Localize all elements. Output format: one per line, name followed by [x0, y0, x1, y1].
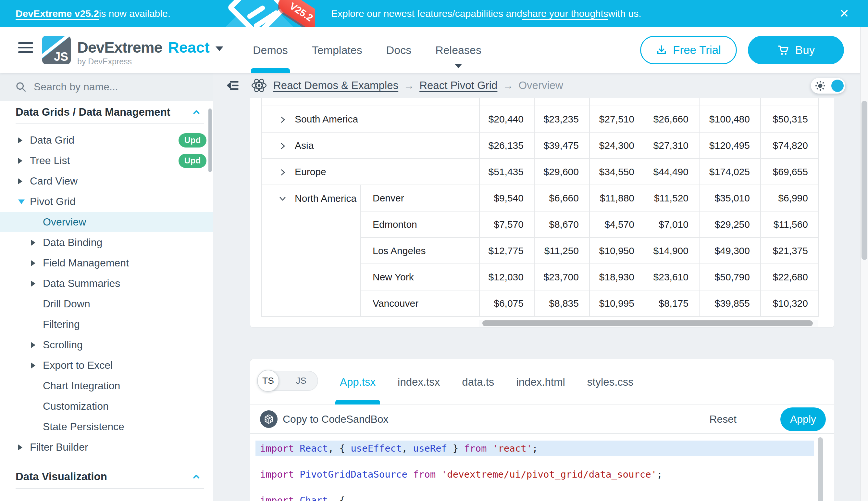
pivot-city-header: Denver	[361, 185, 480, 211]
banner-version-link[interactable]: DevExtreme v25.2	[15, 8, 99, 19]
triangle-right-icon[interactable]	[18, 445, 22, 450]
collapse-row-icon[interactable]	[278, 194, 287, 203]
js-option[interactable]: JS	[296, 371, 306, 390]
codesandbox-icon[interactable]	[260, 411, 277, 428]
triangle-right-icon[interactable]	[31, 260, 35, 266]
tab-label: index.html	[516, 376, 565, 388]
pivot-row: North AmericaDenver$9,540$6,660$11,880$1…	[262, 185, 818, 211]
triangle-right-icon[interactable]	[18, 158, 22, 164]
pivot-row: Asia$26,135$39,475$24,300$27,310$120,495…	[262, 132, 818, 159]
code-line: import Chart, {	[255, 487, 814, 501]
sidebar-item-chart-integration[interactable]: Chart Integration	[0, 376, 213, 396]
buy-button[interactable]: Buy	[748, 36, 844, 64]
breadcrumb-link-demos[interactable]: React Demos & Examples	[273, 79, 398, 92]
tab-app-tsx[interactable]: App.tsx	[340, 359, 376, 405]
code-scrollbar-thumb[interactable]	[818, 437, 823, 501]
sidebar-item-export-to-excel[interactable]: Export to Excel	[0, 355, 213, 376]
pivot-row-header[interactable]: South America	[262, 106, 480, 132]
nav-item-templates[interactable]: Templates	[312, 27, 362, 73]
tab-styles-css[interactable]: styles.css	[587, 359, 634, 405]
pivot-row-header[interactable]: Europe	[262, 159, 480, 185]
framework-dropdown-icon[interactable]	[216, 46, 223, 51]
triangle-right-icon[interactable]	[18, 137, 22, 143]
sidebar-item-tree-list[interactable]: Tree ListUpd	[0, 150, 213, 171]
nav-item-docs[interactable]: Docs	[386, 27, 411, 73]
sidebar-item-field-management[interactable]: Field Management	[0, 253, 213, 273]
pivot-cell: $34,550	[590, 159, 645, 185]
sidebar-section-data-grids-data-management[interactable]: Data Grids / Data Management	[0, 101, 213, 124]
sidebar-item-data-summaries[interactable]: Data Summaries	[0, 273, 213, 294]
nav-item-label: Demos	[253, 44, 288, 56]
breadcrumb: React Demos & Examples → React Pivot Gri…	[273, 79, 563, 92]
sidebar-item-pivot-grid[interactable]: Pivot Grid	[0, 191, 213, 212]
triangle-right-icon[interactable]	[31, 240, 35, 246]
tab-data-ts[interactable]: data.ts	[462, 359, 494, 405]
triangle-right-icon[interactable]	[31, 363, 35, 369]
pivot-cell: $12,775	[480, 237, 534, 264]
triangle-right-icon[interactable]	[31, 281, 35, 287]
triangle-right-icon[interactable]	[18, 178, 22, 184]
search-input[interactable]	[34, 81, 186, 93]
expand-row-icon[interactable]	[278, 115, 287, 124]
sidebar-item-card-view[interactable]: Card View	[0, 171, 213, 191]
pivot-row-header[interactable]: North America	[262, 185, 361, 317]
chevron-up-icon[interactable]	[191, 472, 201, 481]
releases-dropdown-icon[interactable]	[455, 64, 462, 68]
banner-logo-art: V25.2	[205, 0, 315, 27]
triangle-right-icon[interactable]	[31, 342, 35, 348]
banner-close-icon[interactable]: ✕	[839, 0, 849, 27]
sidebar-section-data-visualization[interactable]: Data Visualization	[0, 465, 213, 488]
collapse-sidebar-icon[interactable]	[226, 78, 240, 93]
pivot-row-header[interactable]: Asia	[262, 132, 480, 159]
sidebar-scrollbar	[208, 101, 212, 501]
chevron-up-icon[interactable]	[191, 107, 201, 117]
pivot-cell: $51,435	[480, 159, 534, 185]
framework-name: React	[168, 38, 210, 56]
sidebar-item-drill-down[interactable]: Drill Down	[0, 294, 213, 314]
pivot-cell: $26,135	[480, 132, 534, 159]
codesandbox-row: Copy to CodeSandBox Reset Apply	[250, 405, 834, 434]
sidebar-item-overview[interactable]: Overview	[0, 212, 213, 232]
copy-to-codesandbox-label[interactable]: Copy to CodeSandBox	[283, 413, 388, 425]
apply-button[interactable]: Apply	[780, 407, 826, 431]
sidebar-item-scrolling[interactable]: Scrolling	[0, 335, 213, 355]
sidebar-item-state-persistence[interactable]: State Persistence	[0, 417, 213, 437]
sidebar-item-data-grid[interactable]: Data GridUpd	[0, 130, 213, 150]
tab-index-tsx[interactable]: index.tsx	[398, 359, 440, 405]
sidebar-item-data-binding[interactable]: Data Binding	[0, 232, 213, 253]
nav-item-releases[interactable]: Releases	[435, 27, 481, 73]
brand[interactable]: DevExtreme React by DevExpress	[77, 38, 223, 66]
ts-js-switch[interactable]: TS JS	[257, 371, 318, 391]
pivot-hscrollbar-thumb[interactable]	[482, 320, 813, 326]
sidebar-item-label: Drill Down	[43, 298, 90, 310]
pivot-cell: $23,700	[534, 264, 590, 290]
region-label: Europe	[295, 166, 326, 177]
expand-row-icon[interactable]	[278, 168, 287, 177]
breadcrumb-link-pivot-grid[interactable]: React Pivot Grid	[419, 79, 497, 92]
pivot-cell: $27,510	[590, 106, 645, 132]
search-icon	[15, 81, 26, 93]
theme-toggle-knob[interactable]	[831, 79, 844, 92]
ts-option[interactable]: TS	[257, 370, 279, 392]
reset-button[interactable]: Reset	[709, 413, 737, 425]
tab-index-html[interactable]: index.html	[516, 359, 565, 405]
triangle-down-icon[interactable]	[18, 200, 25, 204]
pivot-cell: $11,880	[590, 185, 645, 211]
page-scrollbar-thumb[interactable]	[861, 101, 867, 260]
sidebar-item-filter-builder[interactable]: Filter Builder	[0, 437, 213, 457]
free-trial-button[interactable]: Free Trial	[640, 36, 737, 64]
share-your-thoughts-link[interactable]: share your thoughts	[522, 8, 608, 19]
expand-row-icon[interactable]	[278, 142, 287, 150]
theme-toggle[interactable]	[811, 78, 845, 94]
cart-icon	[777, 44, 789, 56]
sidebar-scrollbar-thumb[interactable]	[208, 108, 212, 172]
sidebar-item-customization[interactable]: Customization	[0, 396, 213, 417]
download-icon	[656, 44, 667, 55]
pivot-cell: $44,490	[645, 159, 699, 185]
nav-item-demos[interactable]: Demos	[253, 27, 288, 73]
sidebar-item-filtering[interactable]: Filtering	[0, 314, 213, 335]
breadcrumb-separator: →	[503, 79, 513, 92]
pivot-cell: $8,670	[534, 211, 590, 237]
hamburger-menu-icon[interactable]	[18, 42, 34, 58]
devextreme-js-logo[interactable]: JS	[42, 36, 71, 64]
